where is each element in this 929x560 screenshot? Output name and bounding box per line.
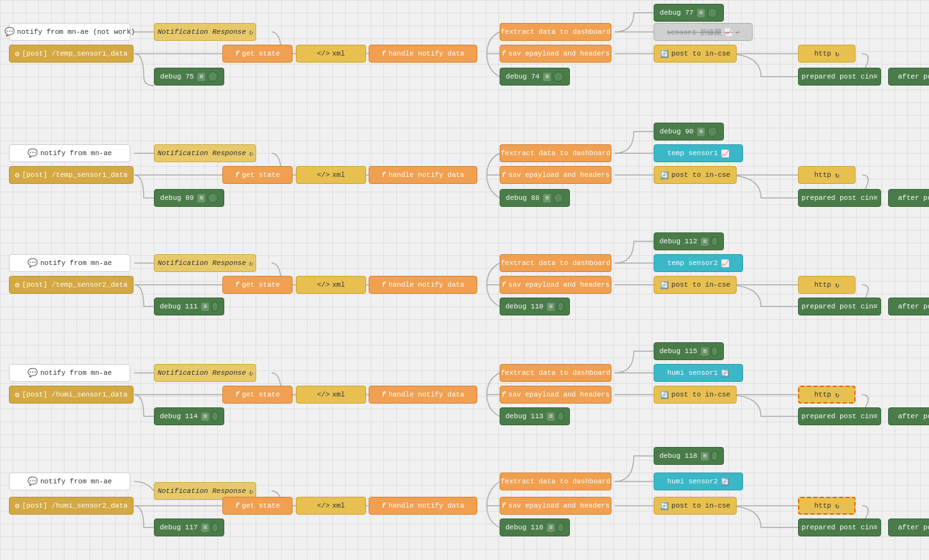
get-state-row5[interactable]: f get state — [222, 497, 293, 515]
input-node-row1[interactable]: ⚙ [post] /temp_sensor1_data — [9, 45, 134, 63]
extract-row4[interactable]: f extract data to dashboard — [500, 364, 611, 382]
sav-epayload-label-row1: sav epayload and headers — [509, 50, 610, 57]
sav-epayload-row5[interactable]: f sav epayload and headers — [500, 497, 611, 515]
xml-row4[interactable]: </> xml — [296, 386, 366, 404]
handle-notify-label-row4: handle notify data — [388, 391, 464, 398]
debug75-btn-row1[interactable] — [208, 72, 218, 82]
debug117-btn-row5[interactable] — [211, 522, 219, 533]
xml-row2[interactable]: </> xml — [296, 166, 366, 184]
debug77-row1[interactable]: debug 77 ≡ — [654, 4, 724, 22]
after-row4[interactable]: after post cin ≡ — [888, 407, 929, 425]
post-to-in-cse-row1[interactable]: 🔄 post to in-cse — [654, 45, 737, 63]
debug74-btn-row1[interactable] — [553, 72, 564, 82]
input-label-row1: [post] /temp_sensor1_data — [22, 50, 128, 57]
xml-row3[interactable]: </> xml — [296, 276, 366, 294]
post-to-in-cse-label-row1: post to in-cse — [672, 50, 730, 57]
get-state-row3[interactable]: f get state — [222, 276, 293, 294]
debug115-btn-row4[interactable] — [711, 346, 718, 356]
prepared-row4[interactable]: prepared post cin ≡ — [798, 407, 881, 425]
debug77-btn-row1[interactable] — [707, 8, 718, 18]
debug88-row2[interactable]: debug 88 ≡ — [500, 189, 570, 207]
debug89-btn-row2[interactable] — [208, 193, 218, 203]
sav-epayload-row1[interactable]: f sav epayload and headers — [500, 45, 611, 63]
debug110-btn-row3[interactable] — [557, 301, 564, 312]
after-row3[interactable]: after post cin ≡ — [888, 298, 929, 315]
sensor-row3[interactable]: temp sensor2 📈 — [654, 254, 743, 272]
post-to-in-cse-row2[interactable]: 🔄 post to in-cse — [654, 166, 737, 184]
debug112-row3[interactable]: debug 112 ≡ — [654, 232, 724, 250]
debug115-row4[interactable]: debug 115 ≡ — [654, 342, 724, 360]
debug114-btn-row4[interactable] — [211, 411, 219, 421]
notif-response-row2[interactable]: Notification Response ↻ — [154, 144, 256, 162]
debug90-row2[interactable]: debug 90 ≡ — [654, 123, 724, 140]
debug114-row4[interactable]: debug 114 ≡ — [154, 407, 224, 425]
post-to-in-cse-row5[interactable]: 🔄 post to in-cse — [654, 497, 737, 515]
sensor-row5[interactable]: humi sensor2 🔄 — [654, 473, 743, 490]
post-to-in-cse-row3[interactable]: 🔄 post to in-cse — [654, 276, 737, 294]
prepared-row2[interactable]: prepared post cin ≡ — [798, 189, 881, 207]
debug89-row2[interactable]: debug 89 ≡ — [154, 189, 224, 207]
post-icon-row2: 🔄 — [660, 171, 669, 179]
post-to-in-cse-row4[interactable]: 🔄 post to in-cse — [654, 386, 737, 404]
sav-epayload-row3[interactable]: f sav epayload and headers — [500, 276, 611, 294]
get-state-row1[interactable]: f get state — [222, 45, 293, 63]
after-row1[interactable]: after post cin ≡ — [888, 68, 929, 86]
debug90-btn-row2[interactable] — [707, 126, 718, 137]
debug110-row3[interactable]: debug 110 ≡ — [500, 298, 570, 315]
http-row4[interactable]: http ↻ — [798, 386, 856, 404]
input-node-row3[interactable]: ⚙ [post] /temp_sensor2_data — [9, 276, 134, 294]
debug111-btn-row3[interactable] — [211, 301, 219, 312]
get-state-row2[interactable]: f get state — [222, 166, 293, 184]
after-row2[interactable]: after post cin ≡ — [888, 189, 929, 207]
debug113-btn-row4[interactable] — [557, 411, 564, 421]
debug111-row3[interactable]: debug 111 ≡ — [154, 298, 224, 315]
http-row5[interactable]: http ↻ — [798, 497, 856, 515]
debug112-btn-row3[interactable] — [711, 236, 718, 246]
sensor1-row1[interactable]: sensor1 折線圖 📈 ✓ — [654, 23, 753, 41]
func-icon-ext-row2: f — [501, 149, 505, 157]
handle-notify-row2[interactable]: f handle notify data — [369, 166, 477, 184]
notif-response-row4[interactable]: Notification Response ↻ — [154, 364, 256, 382]
prepared-row1[interactable]: prepared post cin ≡ — [798, 68, 881, 86]
notif-response-row1[interactable]: Notification Response ↻ — [154, 23, 256, 41]
prepared-row5[interactable]: prepared post cin ≡ — [798, 518, 881, 536]
http-icon-row5: ↻ — [835, 502, 840, 510]
xml-row5[interactable]: </> xml — [296, 497, 366, 515]
debug118-btn-row5[interactable] — [711, 451, 718, 461]
after-label-row3: after post cin — [898, 303, 929, 310]
extract-row1[interactable]: f extract data to dashboard — [500, 23, 611, 41]
sensor-row4[interactable]: humi sensor1 🔄 — [654, 364, 743, 382]
sensor-row2[interactable]: temp sensor1 📈 — [654, 144, 743, 162]
after-row5[interactable]: after post cin ≡ — [888, 518, 929, 536]
debug116-row5[interactable]: debug 116 ≡ — [500, 518, 570, 536]
http-row2[interactable]: http ↻ — [798, 166, 856, 184]
debug116-btn-row5[interactable] — [557, 522, 564, 533]
handle-notify-row4[interactable]: f handle notify data — [369, 386, 477, 404]
sav-epayload-row4[interactable]: f sav epayload and headers — [500, 386, 611, 404]
get-state-row4[interactable]: f get state — [222, 386, 293, 404]
post-icon-row5: 🔄 — [660, 502, 669, 510]
input-node-row5[interactable]: ⚙ [post] /humi_sensor2_data — [9, 497, 134, 515]
http-row1[interactable]: http ↻ — [798, 45, 856, 63]
debug75-row1[interactable]: debug 75 ≡ — [154, 68, 224, 86]
prepared-row3[interactable]: prepared post cin ≡ — [798, 298, 881, 315]
sav-epayload-row2[interactable]: f sav epayload and headers — [500, 166, 611, 184]
xml-row1[interactable]: </> xml — [296, 45, 366, 63]
input-node-row2[interactable]: ⚙ [post] /temp_sensor1_data — [9, 166, 134, 184]
extract-row5[interactable]: f extract data to dashboard — [500, 473, 611, 490]
handle-notify-row3[interactable]: f handle notify data — [369, 276, 477, 294]
debug113-row4[interactable]: debug 113 ≡ — [500, 407, 570, 425]
http-row3[interactable]: http ↻ — [798, 276, 856, 294]
handle-notify-row5[interactable]: f handle notify data — [369, 497, 477, 515]
debug114-label-row4: debug 114 — [160, 412, 197, 420]
debug118-row5[interactable]: debug 118 ≡ — [654, 447, 724, 465]
handle-notify-row1[interactable]: f handle notify data — [369, 45, 477, 63]
input-node-row4[interactable]: ⚙ [post] /humi_sensor1_data — [9, 386, 134, 404]
debug117-row5[interactable]: debug 117 ≡ — [154, 518, 224, 536]
debug74-row1[interactable]: debug 74 ≡ — [500, 68, 570, 86]
debug88-btn-row2[interactable] — [553, 193, 564, 203]
notif-response-row3[interactable]: Notification Response ↻ — [154, 254, 256, 272]
http-label-row3: http — [814, 281, 831, 289]
extract-row3[interactable]: f extract data to dashboard — [500, 254, 611, 272]
extract-row2[interactable]: f extract data to dashboard — [500, 144, 611, 162]
